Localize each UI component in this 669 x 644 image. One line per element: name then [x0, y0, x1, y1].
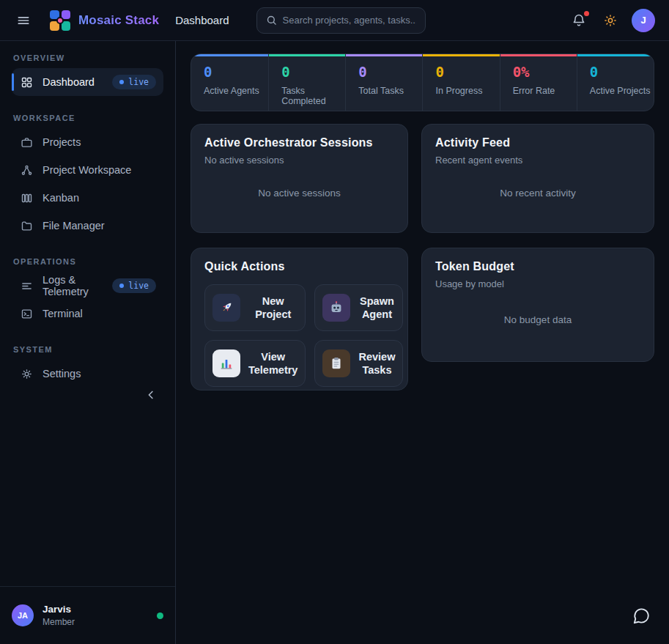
brand-name: Mosaic Stack: [78, 13, 159, 28]
sidebar-item-projects[interactable]: Projects: [12, 128, 163, 156]
live-dot: [119, 284, 124, 288]
main-content: 0 Active Agents 0 Tasks Completed 0 Tota…: [176, 41, 669, 403]
topbar: Mosaic Stack Dashboard J: [0, 0, 669, 41]
stat-total-tasks: 0 Total Tasks: [345, 54, 422, 111]
sidebar-item-logs-telemetry[interactable]: Logs & Telemetry live: [12, 272, 163, 300]
stat-value: 0: [204, 65, 268, 79]
stat-tasks-completed: 0 Tasks Completed: [268, 54, 345, 111]
chevron-left-icon: [144, 388, 158, 401]
empty-state-text: No recent activity: [435, 166, 640, 221]
clipboard-icon: [322, 349, 350, 377]
review-tasks-button[interactable]: Review Tasks: [314, 340, 403, 387]
grid-icon: [21, 76, 33, 89]
quick-actions-grid: New Project Spawn Agent View Telemetry: [204, 284, 394, 387]
network-icon: [21, 164, 33, 177]
gear-icon: [21, 368, 33, 380]
activity-feed-card: Activity Feed Recent agent events No rec…: [421, 124, 654, 233]
action-label: New Project: [248, 295, 297, 321]
sidebar-item-kanban[interactable]: Kanban: [12, 184, 163, 212]
sidebar-item-project-workspace[interactable]: Project Workspace: [12, 156, 163, 184]
section-system: SYSTEM: [13, 345, 163, 354]
live-badge: live: [112, 278, 156, 293]
token-budget-card: Token Budget Usage by model No budget da…: [421, 248, 654, 362]
terminal-icon: [21, 308, 33, 320]
empty-state-text: No budget data: [435, 289, 640, 349]
cards-grid: Active Orchestrator Sessions No active s…: [191, 124, 654, 391]
hamburger-menu-button[interactable]: [13, 10, 34, 31]
stat-label: Active Agents: [204, 86, 268, 96]
stat-label: Tasks Completed: [281, 86, 345, 106]
list-icon: [21, 280, 33, 292]
notifications-button[interactable]: [569, 10, 589, 31]
stat-value: 0: [281, 65, 345, 79]
view-telemetry-button[interactable]: View Telemetry: [204, 340, 306, 387]
stat-active-projects: 0 Active Projects: [577, 54, 654, 111]
page-title: Dashboard: [175, 14, 229, 26]
mosaic-logo[interactable]: [50, 10, 70, 31]
empty-state-text: No active sessions: [204, 166, 394, 221]
search-input[interactable]: [283, 15, 416, 26]
sidebar-item-label: Projects: [42, 136, 81, 148]
stat-label: Error Rate: [513, 86, 577, 96]
briefcase-icon: [21, 136, 33, 149]
user-role: Member: [42, 617, 75, 627]
sidebar-item-label: Terminal: [42, 308, 83, 319]
stat-value: 0: [435, 65, 499, 79]
kanban-icon: [21, 192, 33, 204]
stat-active-agents: 0 Active Agents: [191, 54, 268, 111]
folder-icon: [21, 220, 33, 232]
stat-value: 0: [358, 65, 422, 79]
global-search[interactable]: [256, 7, 426, 34]
sidebar-item-file-manager[interactable]: File Manager: [12, 212, 163, 240]
sidebar-item-terminal[interactable]: Terminal: [12, 300, 163, 327]
user-profile[interactable]: JA Jarvis Member: [0, 586, 175, 644]
sidebar-item-label: Dashboard: [42, 76, 95, 88]
topbar-actions: J: [569, 9, 655, 32]
section-overview: OVERVIEW: [13, 53, 163, 62]
sidebar-item-label: Settings: [42, 368, 81, 380]
bar-chart-icon: [212, 349, 240, 377]
new-project-button[interactable]: New Project: [204, 284, 306, 331]
hamburger-icon: [16, 13, 31, 28]
notification-dot: [584, 11, 589, 16]
chat-bubble-icon: [632, 607, 651, 626]
theme-toggle-button[interactable]: [600, 10, 621, 31]
sidebar-item-label: Logs & Telemetry: [42, 274, 103, 297]
stats-row: 0 Active Agents 0 Tasks Completed 0 Tota…: [191, 53, 654, 111]
section-operations: OPERATIONS: [13, 257, 163, 266]
user-name: Jarvis: [42, 604, 75, 615]
sun-icon: [603, 13, 618, 28]
action-label: Review Tasks: [358, 350, 395, 377]
robot-icon: [322, 294, 350, 322]
active-sessions-card: Active Orchestrator Sessions No active s…: [191, 124, 408, 233]
rocket-icon: [212, 294, 240, 322]
action-label: Spawn Agent: [358, 295, 395, 321]
sidebar-item-label: Kanban: [42, 192, 79, 204]
card-subtitle: Usage by model: [435, 278, 640, 289]
search-icon: [266, 15, 277, 26]
sidebar-collapse-button[interactable]: [141, 385, 160, 404]
card-subtitle: Recent agent events: [435, 155, 640, 166]
stat-label: Total Tasks: [358, 86, 422, 96]
stat-value: 0%: [513, 65, 577, 79]
stat-error-rate: 0% Error Rate: [500, 54, 577, 111]
live-dot: [119, 80, 124, 84]
sidebar-item-dashboard[interactable]: Dashboard live: [12, 68, 163, 96]
stat-label: Active Projects: [590, 86, 654, 96]
user-avatar[interactable]: J: [632, 9, 655, 32]
sidebar-nav: OVERVIEW Dashboard live WORKSPACE Projec…: [0, 41, 175, 586]
sidebar-item-settings[interactable]: Settings: [12, 360, 163, 388]
chat-fab-button[interactable]: [627, 602, 656, 631]
sidebar: OVERVIEW Dashboard live WORKSPACE Projec…: [0, 41, 176, 644]
quick-actions-card: Quick Actions New Project Spawn Agent: [191, 248, 408, 391]
card-title: Active Orchestrator Sessions: [204, 136, 394, 149]
card-subtitle: No active sessions: [204, 155, 394, 166]
action-label: View Telemetry: [248, 350, 297, 377]
spawn-agent-button[interactable]: Spawn Agent: [314, 284, 403, 331]
card-title: Token Budget: [435, 260, 640, 273]
live-badge: live: [112, 75, 156, 89]
user-initials-avatar: JA: [12, 604, 34, 626]
sidebar-item-label: Project Workspace: [42, 164, 131, 176]
stat-in-progress: 0 In Progress: [422, 54, 499, 111]
stat-value: 0: [590, 65, 654, 79]
